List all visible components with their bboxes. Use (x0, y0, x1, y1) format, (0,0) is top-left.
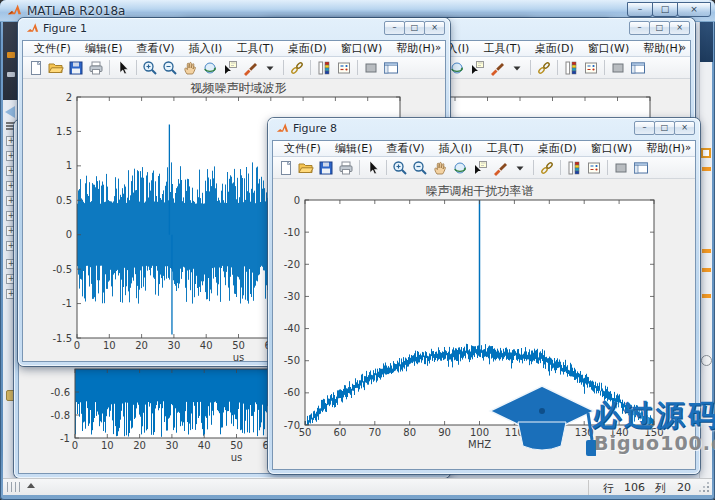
menu-item-view[interactable]: 查看(V) (379, 141, 431, 156)
zoom-in-button[interactable] (390, 159, 410, 177)
hide-plot-tools-button[interactable] (608, 59, 628, 77)
brush-dropdown-button[interactable] (510, 159, 530, 177)
window-titlebar[interactable]: Figure 1 –□× (18, 18, 450, 40)
menu-item-desktop[interactable]: 桌面(D) (528, 41, 581, 56)
minimize-button[interactable]: – (634, 121, 655, 135)
maximize-button[interactable]: □ (649, 21, 670, 35)
data-cursor-button[interactable] (220, 59, 240, 77)
save-figure-button[interactable] (316, 159, 336, 177)
menu-item-window[interactable]: 窗口(W) (584, 141, 639, 156)
menu-item-desktop[interactable]: 桌面(D) (531, 141, 584, 156)
insert-colorbar-button[interactable] (564, 159, 584, 177)
minimize-button[interactable]: – (384, 21, 405, 35)
resize-grip-icon[interactable] (699, 482, 709, 492)
figure8-window[interactable]: Figure 8 –□× 文件(F)编辑(E)查看(V)插入(I)工具(T)桌面… (268, 118, 700, 474)
show-plot-tools-button[interactable] (381, 59, 401, 77)
link-plot-button[interactable] (537, 159, 557, 177)
window-controls[interactable]: –□× (635, 121, 695, 135)
dock-arrow-icon[interactable] (27, 483, 35, 488)
menu-item-file[interactable]: 文件(F) (277, 141, 328, 156)
warning-marker[interactable] (702, 249, 711, 253)
close-button[interactable]: × (677, 2, 711, 17)
show-plot-tools-button[interactable] (631, 159, 651, 177)
menu-overflow-icon[interactable]: » (435, 42, 441, 53)
maximize-button[interactable]: □ (654, 121, 675, 135)
warning-marker[interactable] (702, 167, 711, 171)
menu-item-edit[interactable]: 编辑(E) (328, 141, 380, 156)
rotate-3d-button[interactable] (447, 59, 467, 77)
save-figure-icon (68, 60, 84, 76)
menu-item-tools[interactable]: 工具(T) (476, 41, 527, 56)
menu-item-tools[interactable]: 工具(T) (229, 41, 280, 56)
data-cursor-button[interactable] (467, 59, 487, 77)
menu-overflow-icon[interactable]: » (685, 142, 691, 153)
insert-colorbar-button[interactable] (314, 59, 334, 77)
menu-item-view[interactable]: 查看(V) (129, 41, 181, 56)
svg-text:-1.5: -1.5 (52, 333, 72, 344)
window-titlebar[interactable]: Figure 8 –□× (268, 118, 700, 140)
close-button[interactable]: × (424, 21, 445, 35)
hide-plot-tools-icon (613, 160, 629, 176)
print-figure-button[interactable] (86, 59, 106, 77)
maximize-button[interactable]: □ (652, 2, 678, 17)
dock-grip-icon[interactable] (7, 482, 23, 492)
brush-dropdown-button[interactable] (260, 59, 280, 77)
minimize-button[interactable]: – (629, 21, 650, 35)
menu-item-insert[interactable]: 插入(I) (182, 41, 230, 56)
rotate-3d-button[interactable] (450, 159, 470, 177)
menu-item-window[interactable]: 窗口(W) (581, 41, 636, 56)
figure-canvas: 5060708090100110120130140150-70-60-50-40… (273, 179, 695, 469)
warning-marker[interactable] (702, 268, 711, 272)
open-file-button[interactable] (46, 59, 66, 77)
pan-button[interactable] (180, 59, 200, 77)
close-button[interactable]: × (674, 121, 695, 135)
insert-legend-button[interactable] (584, 159, 604, 177)
hide-plot-tools-button[interactable] (361, 59, 381, 77)
warning-marker[interactable] (702, 294, 711, 298)
back-arrow-icon[interactable] (5, 106, 15, 118)
message-indicator-icon[interactable] (701, 148, 711, 158)
link-plot-button[interactable] (287, 59, 307, 77)
menu-item-edit[interactable]: 编辑(E) (78, 41, 130, 56)
menu-item-window[interactable]: 窗口(W) (334, 41, 389, 56)
main-window-controls[interactable]: –□× (628, 2, 711, 17)
pan-button[interactable] (430, 159, 450, 177)
menu-item-insert[interactable]: 插入(I) (432, 141, 480, 156)
close-button[interactable]: × (669, 21, 690, 35)
brush-dropdown-button[interactable] (507, 59, 527, 77)
rail-icon-orange (7, 52, 15, 58)
scroll-indicator-icon[interactable] (701, 355, 712, 366)
print-figure-button[interactable] (336, 159, 356, 177)
new-figure-button[interactable] (276, 159, 296, 177)
rotate-3d-button[interactable] (200, 59, 220, 77)
open-file-button[interactable] (296, 159, 316, 177)
window-controls[interactable]: –□× (630, 21, 690, 35)
maximize-button[interactable]: □ (404, 21, 425, 35)
data-cursor-button[interactable] (470, 159, 490, 177)
show-plot-tools-button[interactable] (628, 59, 648, 77)
pointer-button[interactable] (363, 159, 383, 177)
pointer-button[interactable] (113, 59, 133, 77)
svg-text:30: 30 (168, 340, 181, 351)
new-figure-button[interactable] (26, 59, 46, 77)
brush-button[interactable] (487, 59, 507, 77)
window-controls[interactable]: –□× (385, 21, 445, 35)
insert-legend-button[interactable] (334, 59, 354, 77)
brush-button[interactable] (490, 159, 510, 177)
zoom-out-button[interactable] (160, 59, 180, 77)
menu-overflow-icon[interactable]: » (680, 42, 686, 53)
hide-plot-tools-button[interactable] (611, 159, 631, 177)
save-figure-button[interactable] (66, 59, 86, 77)
rotate-3d-icon (452, 160, 468, 176)
menu-item-desktop[interactable]: 桌面(D) (281, 41, 334, 56)
minimize-button[interactable]: – (627, 2, 653, 17)
zoom-in-button[interactable] (140, 59, 160, 77)
link-plot-button[interactable] (534, 59, 554, 77)
menu-item-file[interactable]: 文件(F) (27, 41, 78, 56)
zoom-out-button[interactable] (410, 159, 430, 177)
insert-legend-button[interactable] (581, 59, 601, 77)
insert-colorbar-button[interactable] (561, 59, 581, 77)
menu-item-tools[interactable]: 工具(T) (479, 141, 530, 156)
brush-button[interactable] (240, 59, 260, 77)
brush-icon (489, 60, 505, 76)
